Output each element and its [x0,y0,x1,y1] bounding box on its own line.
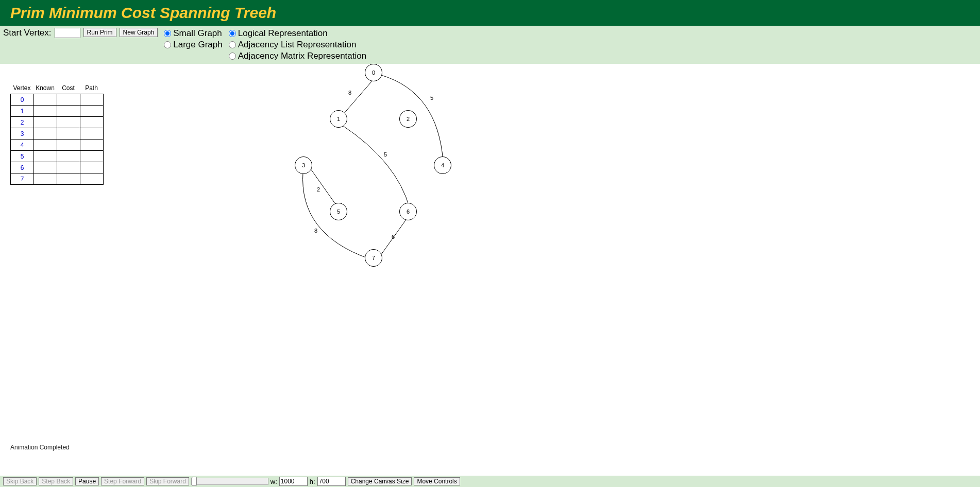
edge-label-3-5: 2 [317,186,320,193]
table-row: 2 [11,117,104,128]
adjlist-rep-option[interactable]: Adjacency List Representation [229,39,366,50]
height-label: h: [310,478,315,485]
change-canvas-size-button[interactable]: Change Canvas Size [348,477,412,485]
edge-label-3-7: 8 [314,228,317,234]
edge-label-0-1: 8 [348,90,351,96]
adjmat-rep-radio[interactable] [229,53,236,60]
table-row: 1 [11,106,104,117]
node-5: 5 [330,203,347,220]
edge-label-6-7: 6 [392,234,395,240]
large-graph-option[interactable]: Large Graph [164,39,222,50]
small-graph-radio[interactable] [164,30,171,37]
header: Prim Minimum Cost Spanning Treeh [0,0,980,26]
table-row: 5 [11,151,104,162]
start-vertex-label: Start Vertex: [3,28,52,38]
col-known: Known [33,84,57,92]
node-3: 3 [295,156,312,174]
slider-thumb[interactable] [192,477,197,486]
node-2: 2 [399,110,417,128]
node-1: 1 [330,110,347,128]
move-controls-button[interactable]: Move Controls [414,477,460,485]
edge-0-1 [340,79,374,118]
graph-size-group: Small Graph Large Graph [164,28,222,50]
node-7: 7 [365,249,382,267]
height-input[interactable] [317,477,346,486]
edge-1-6 [343,126,410,208]
cost-table: Vertex Known Cost Path 0 1 2 3 4 5 6 7 [10,84,104,185]
start-vertex-input[interactable] [55,28,80,38]
logical-rep-radio[interactable] [229,30,236,37]
page-title: Prim Minimum Cost Spanning Treeh [10,4,970,22]
small-graph-option[interactable]: Small Graph [164,28,222,39]
adjlist-rep-radio[interactable] [229,41,236,48]
graph-view: 0 1 2 3 4 5 6 7 8 5 5 2 8 6 [289,64,495,311]
table-header-row: Vertex Known Cost Path [10,84,104,92]
large-graph-radio[interactable] [164,41,171,48]
cost-table-body: 0 1 2 3 4 5 6 7 [10,94,104,185]
run-prim-button[interactable]: Run Prim [83,28,116,37]
width-label: w: [271,478,277,485]
skip-forward-button[interactable]: Skip Forward [146,477,189,485]
speed-slider[interactable] [191,478,268,485]
controls-bar: Start Vertex: Run Prim New Graph Small G… [0,26,980,64]
canvas-area: Vertex Known Cost Path 0 1 2 3 4 5 6 7 0… [0,64,980,455]
table-row: 4 [11,140,104,151]
bottom-bar: Skip Back Step Back Pause Step Forward S… [0,476,980,487]
step-back-button[interactable]: Step Back [39,477,73,485]
col-cost: Cost [57,84,80,92]
table-row: 3 [11,128,104,140]
skip-back-button[interactable]: Skip Back [3,477,37,485]
node-0: 0 [365,64,382,81]
col-path: Path [80,84,103,92]
step-forward-button[interactable]: Step Forward [101,477,144,485]
new-graph-button[interactable]: New Graph [120,28,158,37]
pause-button[interactable]: Pause [75,477,99,485]
adjmat-rep-option[interactable]: Adjacency Matrix Representation [229,50,366,62]
table-row: 6 [11,162,104,173]
node-6: 6 [399,203,417,220]
edge-label-0-4: 5 [430,95,433,101]
table-row: 0 [11,94,104,106]
status-text: Animation Completed [10,444,70,451]
logical-rep-option[interactable]: Logical Representation [229,28,366,39]
node-4: 4 [434,156,451,174]
width-input[interactable] [279,477,308,486]
representation-group: Logical Representation Adjacency List Re… [229,28,366,62]
col-vertex: Vertex [10,84,33,92]
table-row: 7 [11,173,104,185]
edge-label-1-6: 5 [384,151,387,158]
